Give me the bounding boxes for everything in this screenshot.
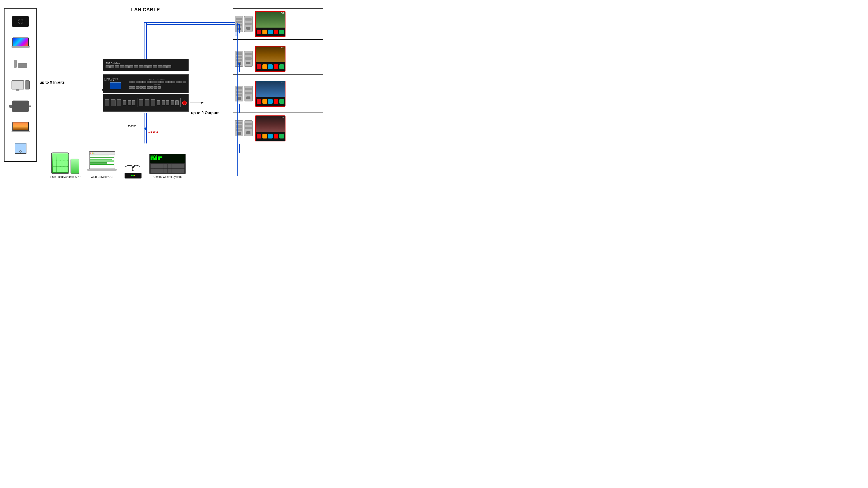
desktop-icon xyxy=(11,80,30,90)
poe-port xyxy=(158,65,162,68)
matrix-unit: POWER ● ACTIVE ● NETWORK ● INPUT CONTROL xyxy=(103,74,189,93)
outputs-label: up to 9 Outputs xyxy=(191,111,219,115)
ipad-app-label: iPad/iPhone/Android APP xyxy=(50,175,81,178)
app-icon-3 xyxy=(268,30,273,34)
browser-laptop-icon xyxy=(87,151,117,174)
poe-port xyxy=(129,65,133,68)
output-tv-4: Y27 xyxy=(255,116,285,141)
inputs-label: up to 9 Inputs xyxy=(39,80,65,85)
poe-port xyxy=(167,65,171,68)
poe-port xyxy=(144,65,148,68)
netflix-icon xyxy=(257,30,261,34)
tv-label-1: Y27 xyxy=(281,12,284,14)
poe-port xyxy=(162,65,166,68)
appletv-icon xyxy=(14,60,27,68)
ipad-app-device: iPad/iPhone/Android APP xyxy=(50,153,81,178)
poe-port xyxy=(115,65,119,68)
amazon-icon xyxy=(262,30,267,34)
output-row-4: Y27 xyxy=(233,112,323,144)
control-box: ● ● ● ● ████ ██ ████ ██ ████ ██ xyxy=(149,154,186,174)
svg-point-0 xyxy=(132,169,133,171)
poe-port xyxy=(125,65,129,68)
laptop2-icon xyxy=(11,122,30,132)
youtube-icon xyxy=(274,30,278,34)
output-zones: Y27 xyxy=(233,8,326,144)
device-desktop xyxy=(5,78,35,91)
poe-port xyxy=(139,65,143,68)
device-laptop2 xyxy=(5,121,35,133)
tcp-ip-diamond xyxy=(144,127,147,130)
rs232-label: ● RS232 xyxy=(148,131,158,134)
laptop-icon xyxy=(11,37,30,48)
poe-ports xyxy=(105,65,186,68)
poe-port xyxy=(134,65,138,68)
router-icon xyxy=(123,162,143,178)
app-icon-5 xyxy=(279,30,284,34)
input-devices-box xyxy=(4,8,37,162)
output-row-3: Y27 xyxy=(233,78,323,109)
arrow-head-output xyxy=(201,102,204,104)
control-keypad xyxy=(150,163,185,173)
web-browser-label: WEB Browser GUI xyxy=(91,175,113,178)
output-row-2: Y27 xyxy=(233,43,323,74)
lan-cable-label: LAN CABLE xyxy=(131,7,160,13)
tv-label-3: Y27 xyxy=(281,82,284,84)
output-tv-3: Y27 xyxy=(255,80,285,107)
central-control-device: ● ● ● ● ████ ██ ████ ██ ████ ██ xyxy=(149,154,186,178)
power-button[interactable] xyxy=(182,101,187,105)
poe-port xyxy=(120,65,124,68)
poe-port xyxy=(153,65,157,68)
output-tv-2: Y27 xyxy=(255,46,285,72)
control-screen: ● ● ● ● ████ ██ ████ ██ ████ ██ xyxy=(150,154,185,163)
tv-label-2: Y27 xyxy=(281,47,284,48)
bottom-control-section: iPad/iPhone/Android APP xyxy=(50,151,186,178)
device-tablet xyxy=(5,142,35,155)
poe-switch-label: POE Switches xyxy=(105,62,186,65)
poe-port xyxy=(110,65,114,68)
camera-icon xyxy=(12,101,29,112)
ipad-icon xyxy=(51,153,69,174)
poe-switch: POE Switches xyxy=(103,59,189,71)
xbox-icon xyxy=(12,16,29,27)
tablet-icon xyxy=(15,143,26,154)
matrix-io-panel xyxy=(103,94,189,112)
wall-plate-3 xyxy=(235,86,253,101)
router-device xyxy=(123,162,143,178)
central-control-label: Central Control System xyxy=(153,175,182,178)
wifi-signal-icon xyxy=(125,162,142,173)
device-macbook xyxy=(5,36,35,49)
matrix-display xyxy=(110,83,121,89)
device-xbox xyxy=(5,15,35,28)
main-diagram: LAN CABLE xyxy=(0,0,326,183)
wall-plate-4 xyxy=(235,121,253,136)
iphone-icon xyxy=(70,159,79,174)
device-camera xyxy=(5,100,35,112)
output-tv-1: Y27 xyxy=(255,11,285,37)
poe-port xyxy=(148,65,152,68)
poe-port xyxy=(105,65,110,68)
wall-plate-2 xyxy=(235,51,253,67)
tv-label-4: Y27 xyxy=(281,117,284,118)
tcp-ip-label: TCP/IP xyxy=(128,124,135,127)
output-row-1: Y27 xyxy=(233,8,323,40)
wall-plate-1 xyxy=(235,16,253,32)
web-browser-device: WEB Browser GUI xyxy=(87,151,117,178)
device-appletv xyxy=(5,58,35,70)
